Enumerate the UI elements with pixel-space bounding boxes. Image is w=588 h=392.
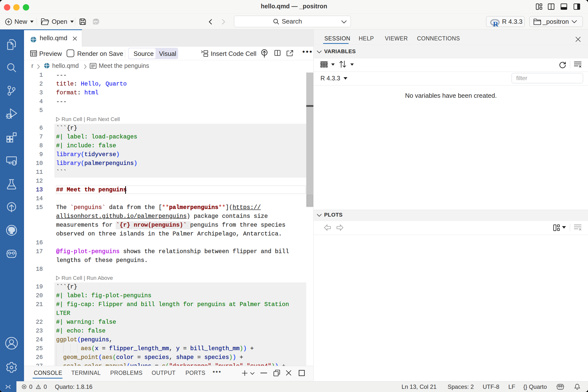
svg-text:R: R bbox=[493, 20, 498, 27]
